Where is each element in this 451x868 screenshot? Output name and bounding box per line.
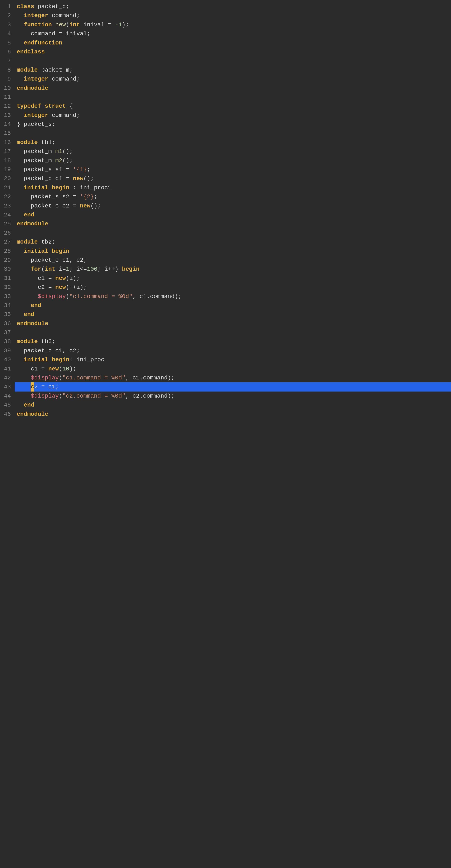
code-line-38: module tb3; bbox=[14, 337, 451, 346]
line-num-1: 1 bbox=[0, 2, 11, 11]
line-num-29: 29 bbox=[0, 256, 11, 265]
line-num-12: 12 bbox=[0, 102, 11, 111]
code-line-30: for(int i=1; i<=100; i++) begin bbox=[14, 265, 451, 274]
code-line-11 bbox=[14, 93, 451, 102]
line-num-41: 41 bbox=[0, 364, 11, 373]
line-num-36: 36 bbox=[0, 319, 11, 328]
line-num-8: 8 bbox=[0, 65, 11, 74]
line-num-2: 2 bbox=[0, 11, 11, 20]
code-line-37 bbox=[14, 328, 451, 337]
code-line-29: packet_c c1, c2; bbox=[14, 256, 451, 265]
line-num-9: 9 bbox=[0, 74, 11, 84]
code-line-16: module tb1; bbox=[14, 138, 451, 147]
code-line-1: class packet_c; bbox=[14, 2, 451, 11]
code-line-21: initial begin : ini_proc1 bbox=[14, 183, 451, 192]
line-num-10: 10 bbox=[0, 84, 11, 93]
line-num-4: 4 bbox=[0, 29, 11, 38]
code-line-13: integer command; bbox=[14, 111, 451, 120]
code-line-27: module tb2; bbox=[14, 238, 451, 246]
line-num-7: 7 bbox=[0, 56, 11, 65]
line-num-18: 18 bbox=[0, 156, 11, 165]
code-line-5: endfunction bbox=[14, 38, 451, 48]
code-line-9: integer command; bbox=[14, 74, 451, 84]
code-line-41: c1 = new(10); bbox=[14, 364, 451, 373]
code-line-40: initial begin: ini_proc bbox=[14, 355, 451, 364]
code-line-23: packet_c c2 = new(); bbox=[14, 202, 451, 210]
line-num-32: 32 bbox=[0, 283, 11, 292]
line-num-31: 31 bbox=[0, 274, 11, 283]
line-num-16: 16 bbox=[0, 138, 11, 147]
line-num-21: 21 bbox=[0, 183, 11, 192]
code-line-44: $display("c2.command = %0d", c2.command)… bbox=[14, 392, 451, 401]
line-num-43: 43 bbox=[0, 382, 11, 391]
code-line-4: command = inival; bbox=[14, 29, 451, 38]
code-line-14: } packet_s; bbox=[14, 120, 451, 129]
line-num-11: 11 bbox=[0, 93, 11, 102]
code-line-31: c1 = new(i); bbox=[14, 274, 451, 283]
line-num-17: 17 bbox=[0, 147, 11, 156]
line-num-14: 14 bbox=[0, 120, 11, 129]
code-line-20: packet_c c1 = new(); bbox=[14, 174, 451, 183]
code-line-39: packet_c c1, c2; bbox=[14, 346, 451, 355]
line-num-27: 27 bbox=[0, 238, 11, 246]
line-num-3: 3 bbox=[0, 20, 11, 29]
code-line-18: packet_m m2(); bbox=[14, 156, 451, 165]
line-num-46: 46 bbox=[0, 410, 11, 418]
line-num-23: 23 bbox=[0, 202, 11, 210]
code-content: class packet_c; integer command; functio… bbox=[14, 0, 451, 868]
line-num-26: 26 bbox=[0, 228, 11, 238]
code-editor: 1 2 3 4 5 6 7 8 9 10 11 12 13 14 15 16 1… bbox=[0, 0, 451, 868]
line-numbers: 1 2 3 4 5 6 7 8 9 10 11 12 13 14 15 16 1… bbox=[0, 0, 14, 868]
code-line-36: endmodule bbox=[14, 319, 451, 328]
code-line-24: end bbox=[14, 210, 451, 219]
line-num-38: 38 bbox=[0, 337, 11, 346]
line-num-20: 20 bbox=[0, 174, 11, 183]
line-num-45: 45 bbox=[0, 401, 11, 409]
line-num-33: 33 bbox=[0, 292, 11, 301]
line-num-24: 24 bbox=[0, 210, 11, 219]
line-num-19: 19 bbox=[0, 165, 11, 174]
line-num-35: 35 bbox=[0, 310, 11, 319]
code-line-35: end bbox=[14, 310, 451, 319]
line-num-40: 40 bbox=[0, 355, 11, 364]
code-line-10: endmodule bbox=[14, 84, 451, 93]
code-line-43: c2 = c1; bbox=[14, 382, 451, 391]
line-num-28: 28 bbox=[0, 247, 11, 256]
code-line-3: function new(int inival = -1); bbox=[14, 20, 451, 29]
line-num-15: 15 bbox=[0, 129, 11, 138]
line-num-25: 25 bbox=[0, 219, 11, 228]
code-line-22: packet_s s2 = '{2}; bbox=[14, 192, 451, 201]
code-line-17: packet_m m1(); bbox=[14, 147, 451, 156]
line-num-39: 39 bbox=[0, 346, 11, 355]
line-num-37: 37 bbox=[0, 328, 11, 337]
code-line-8: module packet_m; bbox=[14, 65, 451, 74]
code-line-19: packet_s s1 = '{1}; bbox=[14, 165, 451, 174]
code-line-25: endmodule bbox=[14, 219, 451, 228]
code-line-32: c2 = new(++i); bbox=[14, 283, 451, 292]
line-num-42: 42 bbox=[0, 373, 11, 382]
code-line-26 bbox=[14, 228, 451, 238]
line-num-44: 44 bbox=[0, 392, 11, 401]
line-num-30: 30 bbox=[0, 265, 11, 274]
code-line-6: endclass bbox=[14, 48, 451, 56]
code-line-28: initial begin bbox=[14, 247, 451, 256]
code-line-34: end bbox=[14, 301, 451, 310]
code-line-7 bbox=[14, 56, 451, 65]
code-line-42: $display("c1.command = %0d", c1.command)… bbox=[14, 373, 451, 382]
line-num-22: 22 bbox=[0, 192, 11, 201]
line-num-13: 13 bbox=[0, 111, 11, 120]
code-line-12: typedef struct { bbox=[14, 102, 451, 111]
line-num-5: 5 bbox=[0, 38, 11, 48]
code-line-46: endmodule bbox=[14, 410, 451, 418]
code-line-33: $display("c1.command = %0d", c1.command)… bbox=[14, 292, 451, 301]
code-line-15 bbox=[14, 129, 451, 138]
line-num-34: 34 bbox=[0, 301, 11, 310]
code-line-2: integer command; bbox=[14, 11, 451, 20]
line-num-6: 6 bbox=[0, 48, 11, 56]
code-line-45: end bbox=[14, 401, 451, 409]
